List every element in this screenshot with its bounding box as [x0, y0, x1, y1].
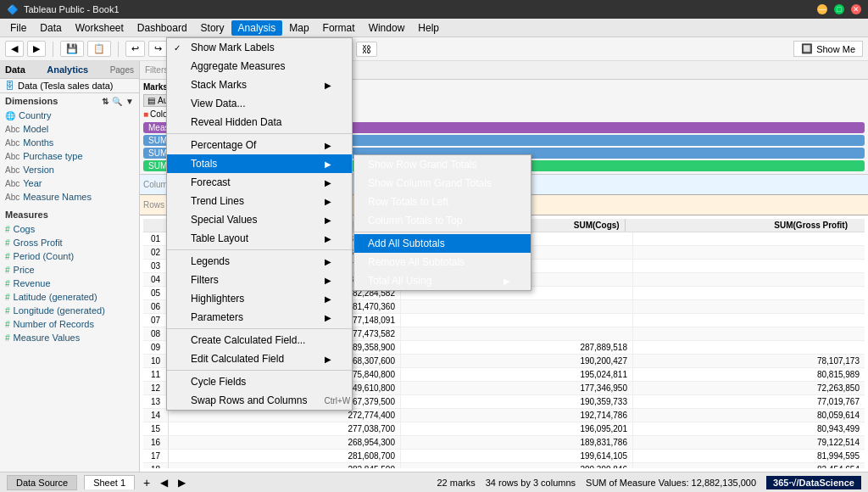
meas-measure-values[interactable]: # Measure Values [0, 331, 139, 344]
cell-01-1: 880,893,039 [169, 232, 401, 245]
menu-worksheet[interactable]: Worksheet [69, 20, 131, 36]
sum-status: SUM of Measure Values: 12,882,135,000 [586, 478, 756, 488]
filter-meas[interactable]: Meas... [171, 64, 212, 76]
window-title: Tableau Public - Book1 [24, 4, 120, 14]
toolbar-pause[interactable]: ⏸ [182, 42, 203, 57]
toolbar-dropdown[interactable]: ▼ [300, 42, 314, 57]
dim-version[interactable]: Abc Version [0, 163, 139, 176]
data-tab-label[interactable]: Data [5, 64, 25, 75]
meas-latitude[interactable]: # Latitude (generated) [0, 290, 139, 304]
toolbar-fit[interactable]: ⊞ [218, 41, 237, 57]
meas-longitude[interactable]: # Longitude (generated) [0, 304, 139, 317]
cell-10-1: 268,307,600 [169, 355, 401, 367]
marks-pills: Measure Names SUM(Cogs) SUM(Revenue) SUM… [143, 122, 865, 171]
datasource-icon: 🗄 [5, 81, 14, 91]
datasource-tab[interactable]: Data Source [7, 475, 77, 490]
dim-purchase[interactable]: Abc Purchase type [0, 149, 139, 163]
marks-color[interactable]: ■ Color [143, 109, 170, 119]
cell-02-2 [401, 246, 633, 259]
toolbar-save[interactable]: 💾 [60, 41, 84, 57]
cell-05-1: 882,284,582 [169, 287, 401, 299]
months-pill[interactable]: Months [225, 179, 266, 191]
menu-window[interactable]: Window [362, 20, 412, 36]
search-dim-icon[interactable]: 🔍 [112, 97, 122, 106]
toolbar-new[interactable]: 📋 [87, 41, 111, 57]
sum-icon-lon: # [5, 306, 10, 316]
menu-story[interactable]: Story [194, 20, 231, 36]
table-row: 02 882,530,245 [143, 246, 865, 260]
row-num-01: 01 [143, 232, 169, 245]
abc-icon-year: Abc [5, 179, 19, 188]
toolbar-redo[interactable]: ↪ [148, 41, 168, 57]
sheet-nav-button[interactable]: ◀ [159, 475, 170, 490]
statusbar-left: Data Source Sheet 1 + ◀ ▶ [7, 474, 187, 491]
data-analytics-tab: Data Analytics Pages [0, 61, 139, 79]
measure-names-pill[interactable]: Measure Names [143, 122, 865, 133]
row-num-16: 16 [143, 436, 169, 449]
meas-period-label: Period (Count) [14, 251, 75, 261]
menu-format[interactable]: Format [316, 20, 362, 36]
sum-revenue-pill[interactable]: SUM(Revenue) [143, 148, 865, 159]
analytics-tab-label[interactable]: Analytics [47, 64, 88, 75]
pages-tab-label[interactable]: Pages [110, 65, 134, 75]
marks-dropdown-icon: ▼ [198, 96, 206, 105]
meas-price[interactable]: # Price [0, 263, 139, 277]
dim-months[interactable]: Abc Months [0, 136, 139, 149]
sheet1-tab[interactable]: Sheet 1 [84, 475, 135, 489]
menu-data[interactable]: Data [33, 20, 68, 36]
cell-07-2 [401, 314, 633, 327]
meas-period[interactable]: # Period (Count) [0, 249, 139, 263]
toolbar-share[interactable]: ⛓ [356, 42, 377, 57]
table-row: 14 272,774,400 192,714,786 80,059,614 [143, 409, 865, 422]
meas-cogs[interactable]: # Cogs [0, 222, 139, 236]
marks-type-selector[interactable]: ▤ Automatic ▼ [143, 94, 210, 107]
sum-grossprofit-pill[interactable]: SUM(Gross Profit) [143, 160, 865, 171]
size-icon: ⊙ [174, 109, 181, 119]
add-sheet-button[interactable]: + [142, 474, 152, 491]
marks-detail[interactable]: ⋯ Detail [233, 109, 265, 119]
menu-analysis[interactable]: Analysis [231, 20, 283, 36]
close-button[interactable]: ✕ [851, 4, 861, 14]
meas-num-records[interactable]: # Number of Records [0, 317, 139, 331]
menu-dashboard[interactable]: Dashboard [131, 20, 194, 36]
toolbar-forward[interactable]: ▶ [27, 41, 46, 57]
toolbar-undo[interactable]: ↩ [125, 41, 145, 57]
menu-file[interactable]: File [3, 20, 33, 36]
table-row: 13 267,379,500 190,359,733 77,019,767 [143, 395, 865, 409]
sum-cogs-pill[interactable]: SUM(Cogs) [143, 135, 865, 146]
columns-shelf-label: Columns [143, 180, 190, 189]
table-row: 16 268,954,300 189,831,786 79,122,514 [143, 436, 865, 450]
abc-icon-purchase: Abc [5, 152, 19, 161]
meas-revenue[interactable]: # Revenue [0, 277, 139, 290]
datasource-name[interactable]: Data (Tesla sales data) [18, 81, 114, 91]
meas-cogs-label: Cogs [14, 224, 36, 234]
meas-gross-profit[interactable]: # Gross Profit [0, 236, 139, 249]
menu-help[interactable]: Help [411, 20, 446, 36]
sort-icon[interactable]: ⇅ [102, 97, 108, 106]
cell-07-3 [633, 314, 865, 327]
menu-map[interactable]: Map [282, 20, 315, 36]
dim-measure-names[interactable]: Abc Measure Names [0, 190, 139, 204]
cell-17-3: 81,994,595 [633, 450, 865, 462]
table-row: 07 877,148,091 [143, 314, 865, 327]
toolbar-sep2 [118, 42, 119, 57]
toolbar-back[interactable]: ◀ [5, 41, 24, 57]
marks-label[interactable]: T Label [202, 109, 230, 119]
maximize-button[interactable]: □ [834, 4, 844, 14]
dim-model[interactable]: Abc Model [0, 122, 139, 136]
sheet-nav-right[interactable]: ▶ [176, 475, 187, 490]
minimize-button[interactable]: — [817, 4, 827, 14]
show-me-button[interactable]: 🔲 Show Me [793, 41, 863, 57]
add-dim-icon[interactable]: ▼ [125, 97, 134, 106]
cell-18-3: 82,454,654 [633, 463, 865, 468]
dim-year[interactable]: Abc Year [0, 176, 139, 190]
detail-icon: ⋯ [233, 109, 242, 119]
year-pill[interactable]: Year [193, 179, 222, 191]
toolbar-chart1[interactable]: 📊 [329, 41, 353, 57]
viz-table: SUM(Revenue) SUM(Cogs) SUM(Gross Profit)… [140, 215, 868, 472]
row-num-09: 09 [143, 341, 169, 354]
cell-12-2: 177,346,950 [401, 382, 633, 394]
marks-size[interactable]: ⊙ Size [174, 109, 198, 119]
dim-country[interactable]: 🌐 Country [0, 109, 139, 122]
menubar: File Data Worksheet Dashboard Story Anal… [0, 19, 868, 37]
